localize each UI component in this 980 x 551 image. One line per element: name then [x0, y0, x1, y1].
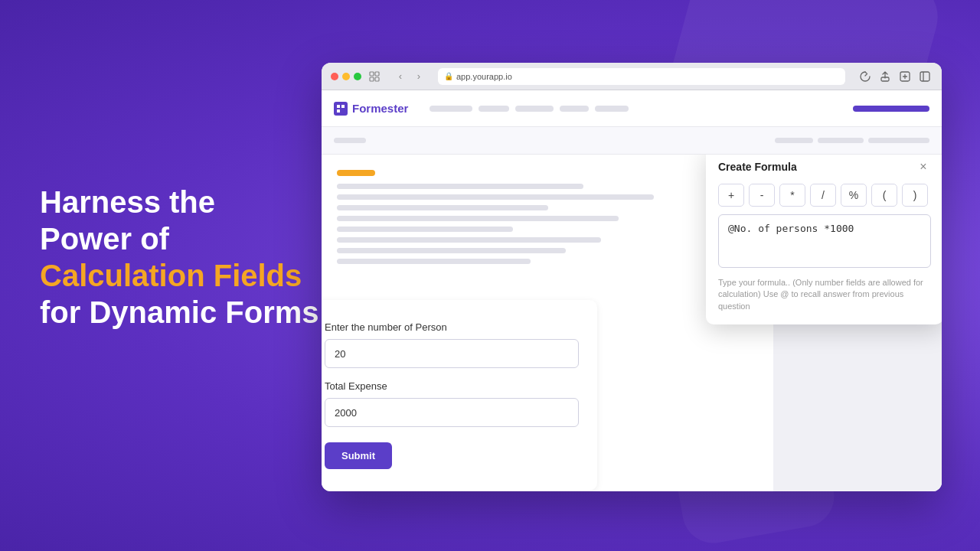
dot-yellow[interactable]	[342, 73, 350, 80]
op-multiply[interactable]: *	[779, 184, 805, 207]
hero-line-1: Harness the	[40, 184, 319, 220]
sub-header-right	[775, 138, 929, 143]
share-button[interactable]	[877, 69, 893, 84]
sub-header-bar-2	[775, 138, 813, 143]
skeleton-bar-7	[337, 248, 566, 253]
skeleton-bar-3	[337, 205, 548, 210]
skeleton-bar-5	[337, 227, 513, 232]
browser-window: ‹ › 🔒 app.yourapp.io	[322, 63, 942, 491]
svg-rect-9	[337, 109, 340, 112]
refresh-button[interactable]	[858, 69, 873, 84]
header-right	[853, 106, 929, 112]
svg-rect-7	[337, 105, 340, 108]
address-bar[interactable]: 🔒 app.yourapp.io	[438, 68, 845, 85]
formula-modal: Create Formula × + - * / % ( ) @No. of p…	[706, 155, 942, 324]
logo-icon	[334, 102, 348, 116]
sub-header-bar-1	[334, 138, 366, 143]
op-open-paren[interactable]: (	[871, 184, 897, 207]
op-minus[interactable]: -	[749, 184, 775, 207]
svg-rect-0	[370, 72, 374, 76]
sub-header	[322, 127, 942, 155]
formula-hint: Type your formula.. (Only number fields …	[718, 277, 931, 312]
header-nav-bar-1	[430, 106, 472, 112]
header-right-bar	[853, 106, 929, 112]
forward-button[interactable]: ›	[412, 70, 426, 83]
svg-rect-1	[375, 72, 379, 76]
sidebar-button[interactable]	[917, 69, 933, 84]
close-button[interactable]: ×	[916, 159, 931, 174]
op-divide[interactable]: /	[810, 184, 836, 207]
skeleton-bar-2	[337, 194, 654, 200]
field1-input[interactable]	[325, 339, 579, 368]
modal-title: Create Formula	[718, 161, 797, 173]
header-nav-bar-2	[479, 106, 509, 112]
skeleton-bar-6	[337, 237, 601, 243]
submit-button[interactable]: Submit	[325, 442, 392, 469]
skeleton-bar-4	[337, 216, 619, 221]
formester-logo: Formester	[334, 102, 408, 116]
svg-rect-8	[341, 105, 345, 108]
op-plus[interactable]: +	[718, 184, 744, 207]
lock-icon: 🔒	[444, 72, 453, 80]
browser-grid-icon[interactable]	[368, 70, 381, 83]
hero-line-2: Power of	[40, 220, 319, 257]
browser-chrome: ‹ › 🔒 app.yourapp.io	[322, 63, 942, 90]
field2-label: Total Expense	[325, 380, 579, 392]
dot-green[interactable]	[354, 73, 361, 80]
form-card: Enter the number of Person Total Expense…	[322, 300, 597, 491]
field2-input[interactable]	[325, 398, 579, 427]
sub-header-bar-3	[818, 138, 864, 143]
hero-highlight: Calculation Fields	[40, 257, 319, 294]
formester-brand-name: Formester	[352, 102, 408, 115]
field1-label: Enter the number of Person	[325, 321, 579, 333]
dot-red[interactable]	[331, 73, 338, 80]
back-button[interactable]: ‹	[394, 70, 407, 83]
formula-operators: + - * / % ( )	[718, 184, 931, 207]
header-nav	[430, 106, 629, 112]
header-nav-bar-4	[560, 106, 589, 112]
builder-skeleton	[337, 170, 689, 269]
browser-dots	[331, 73, 361, 80]
url-text: app.yourapp.io	[456, 72, 512, 81]
skeleton-bar-1	[337, 184, 583, 189]
op-close-paren[interactable]: )	[902, 184, 928, 207]
hero-text-block: Harness the Power of Calculation Fields …	[40, 184, 319, 331]
app-content: Formester	[322, 90, 942, 491]
op-percent[interactable]: %	[841, 184, 867, 207]
skeleton-bar-8	[337, 259, 531, 264]
header-nav-bar-5	[595, 106, 629, 112]
formula-input[interactable]: @No. of persons *1000	[718, 214, 931, 268]
hero-line-3: for Dynamic Forms	[40, 294, 319, 331]
sub-header-bar-4	[868, 138, 929, 143]
svg-rect-6	[920, 72, 929, 81]
orange-accent-bar	[337, 170, 375, 176]
browser-actions	[858, 69, 933, 84]
app-header: Formester	[322, 90, 942, 127]
svg-rect-2	[370, 77, 374, 81]
app-main: Enter the number of Person Total Expense…	[322, 155, 942, 491]
svg-rect-3	[375, 77, 379, 81]
header-nav-bar-3	[515, 106, 554, 112]
browser-nav: ‹ ›	[394, 70, 426, 83]
modal-header: Create Formula ×	[718, 159, 931, 174]
new-tab-button[interactable]	[897, 69, 913, 84]
